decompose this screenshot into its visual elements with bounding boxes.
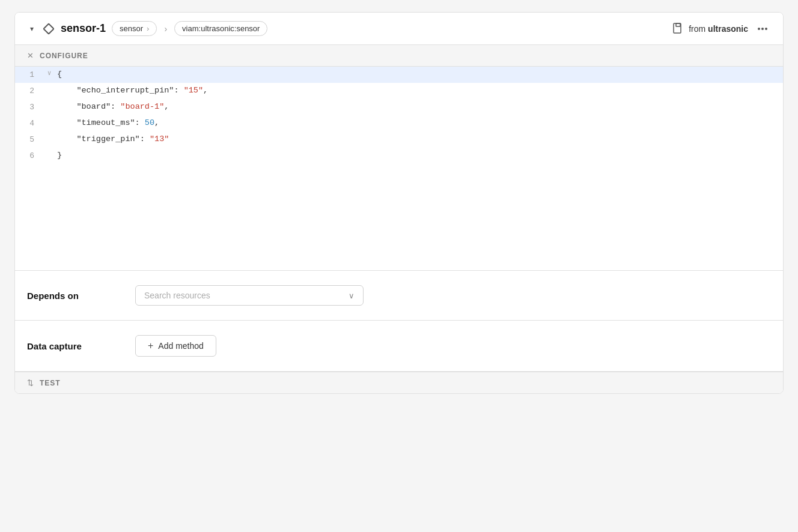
header-right: from ultrasonic [673, 23, 771, 35]
test-collapse-icon: ⇅ [27, 378, 34, 387]
collapse-chevron-icon[interactable]: ▾ [27, 24, 37, 34]
svg-rect-1 [676, 23, 680, 26]
code-content-1: { [55, 68, 783, 82]
component-name: sensor-1 [61, 22, 106, 35]
line-toggle-1[interactable]: ∨ [44, 68, 55, 79]
add-method-label: Add method [158, 341, 204, 351]
code-line-2: 2 "echo_interrupt_pin": "15", [15, 83, 783, 99]
component-header: ▾ sensor-1 sensor › viam:ultrasonic:sens… [15, 13, 783, 45]
search-resources-dropdown[interactable]: Search resources ∨ [135, 285, 364, 306]
from-text: from ultrasonic [689, 24, 748, 34]
data-capture-section: Data capture + Add method [15, 321, 783, 372]
add-method-button[interactable]: + Add method [135, 335, 216, 357]
code-line-1: 1 ∨ { [15, 67, 783, 83]
tag-model[interactable]: viam:ultrasonic:sensor [174, 21, 267, 36]
doc-icon [673, 23, 684, 35]
line-number-2: 2 [15, 84, 44, 98]
configure-label: CONFIGURE [40, 52, 88, 60]
data-capture-label: Data capture [27, 341, 123, 351]
line-number-3: 3 [15, 100, 44, 114]
from-source: from ultrasonic [673, 23, 748, 35]
code-line-6: 6 } [15, 148, 783, 164]
dropdown-chevron-icon: ∨ [349, 291, 355, 300]
line-number-5: 5 [15, 133, 44, 147]
code-line-5: 5 "trigger_pin": "13" [15, 131, 783, 148]
code-content-6: } [55, 149, 783, 163]
configure-section-header[interactable]: ✕ CONFIGURE [15, 45, 783, 67]
tag-arrow-icon: › [164, 24, 167, 34]
code-content-3: "board": "board-1", [55, 100, 783, 114]
code-content-4: "timeout_ms": 50, [55, 116, 783, 130]
line-number-1: 1 [15, 68, 44, 82]
line-number-6: 6 [15, 149, 44, 163]
svg-rect-0 [674, 23, 681, 33]
plus-icon: + [148, 341, 153, 351]
line-number-4: 4 [15, 116, 44, 130]
test-section-header[interactable]: ⇅ TEST [15, 372, 783, 393]
code-line-4: 4 "timeout_ms": 50, [15, 115, 783, 131]
search-placeholder: Search resources [144, 291, 210, 300]
configure-collapse-icon: ✕ [27, 51, 34, 60]
code-content-5: "trigger_pin": "13" [55, 133, 783, 147]
main-card: ▾ sensor-1 sensor › viam:ultrasonic:sens… [14, 12, 784, 394]
depends-on-label: Depends on [27, 291, 123, 301]
tag-sensor[interactable]: sensor [112, 21, 157, 36]
component-type-icon [43, 23, 55, 35]
depends-on-section: Depends on Search resources ∨ [15, 271, 783, 321]
test-label: TEST [40, 379, 61, 387]
header-left: ▾ sensor-1 sensor › viam:ultrasonic:sens… [27, 21, 667, 36]
code-content-2: "echo_interrupt_pin": "15", [55, 84, 783, 98]
more-options-button[interactable] [754, 25, 771, 32]
code-editor[interactable]: 1 ∨ { 2 "echo_interrupt_pin": "15", 3 "b… [15, 67, 783, 271]
code-line-3: 3 "board": "board-1", [15, 99, 783, 115]
